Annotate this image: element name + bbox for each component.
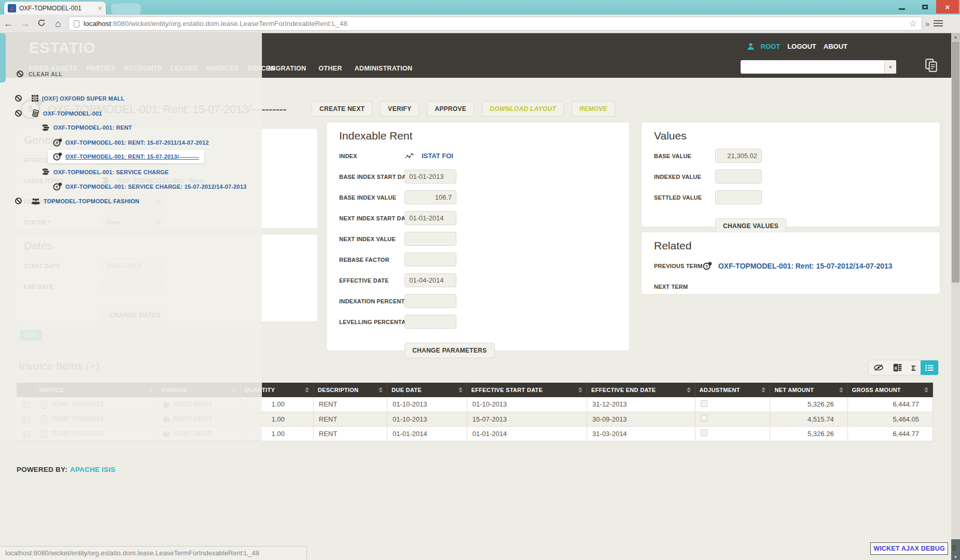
adjustment-checkbox[interactable]: [701, 415, 707, 422]
bookmark-item[interactable]: OXF-TOPMODEL-001: [15, 109, 102, 118]
change-values-button[interactable]: CHANGE VALUES: [715, 218, 786, 234]
sort-icon[interactable]: [379, 387, 383, 393]
adjustment-checkbox[interactable]: [701, 429, 707, 436]
field-input[interactable]: [405, 232, 456, 246]
remove-bookmark-icon[interactable]: [15, 198, 22, 204]
list-view-button[interactable]: [921, 360, 938, 375]
logout-link[interactable]: LOGOUT: [787, 43, 816, 50]
download-layout-button[interactable]: DOWNLOAD LAYOUT: [482, 101, 564, 117]
bookmark-item[interactable]: 5OXF-TOPMODEL-001: RENT: 15-07-2013/----…: [48, 150, 204, 163]
previous-term-link[interactable]: OXF-TOPMODEL-001: Rent: 15-07-2012/14-07…: [718, 262, 893, 270]
search-dropdown-caret-icon[interactable]: ▾: [884, 60, 896, 74]
summary-sigma-button[interactable]: Σ: [907, 360, 921, 375]
remove-bookmark-icon[interactable]: [15, 95, 22, 102]
sort-icon[interactable]: [924, 387, 928, 393]
back-icon[interactable]: ←: [0, 18, 17, 30]
verify-button[interactable]: VERIFY: [380, 101, 419, 117]
sort-icon[interactable]: [578, 387, 582, 393]
svg-text:5: 5: [55, 155, 58, 159]
tab-close-icon[interactable]: ×: [98, 5, 102, 12]
column-header-net-amount[interactable]: NET AMOUNT: [770, 383, 847, 397]
new-tab-button[interactable]: [111, 3, 141, 15]
field-input[interactable]: [405, 253, 456, 267]
global-search-input[interactable]: ▾: [741, 60, 896, 74]
scroll-up-arrow[interactable]: ▲: [951, 33, 960, 41]
adjustment-cell: [695, 397, 770, 412]
field-input[interactable]: 01-04-2014: [405, 273, 456, 287]
window-maximize-button[interactable]: [913, 0, 936, 13]
bookmark-item[interactable]: 5OXF-TOPMODEL-001: SERVICE CHARGE: 15-07…: [53, 183, 246, 191]
window-close-button[interactable]: ×: [936, 0, 959, 13]
remove-bookmark-icon[interactable]: [15, 110, 22, 117]
panel-handle[interactable]: [0, 33, 6, 82]
sort-icon[interactable]: [687, 387, 691, 393]
sort-icon[interactable]: [458, 387, 463, 393]
clear-all-label[interactable]: CLEAR ALL: [29, 71, 63, 77]
about-link[interactable]: ABOUT: [824, 43, 847, 50]
bookmark-link[interactable]: OXF-TOPMODEL-001: SERVICE CHARGE: 15-07-…: [65, 184, 246, 190]
url-input[interactable]: localhost:8080/wicket/entity/org.estatio…: [68, 17, 922, 31]
field-input[interactable]: [715, 170, 762, 184]
home-icon[interactable]: ⌂: [50, 18, 66, 30]
create-next-button[interactable]: CREATE NEXT: [312, 101, 372, 117]
browser-menu-icon[interactable]: [934, 20, 944, 27]
field-input[interactable]: 21,305.02: [715, 149, 762, 163]
sort-icon[interactable]: [839, 387, 843, 393]
extensions-overflow-icon[interactable]: »: [925, 19, 929, 28]
column-header-adjustment[interactable]: ADJUSTMENT: [695, 383, 770, 397]
change-parameters-button[interactable]: CHANGE PARAMETERS: [405, 343, 495, 358]
header-user-links: ROOT LOGOUT ABOUT: [747, 43, 847, 50]
bookmark-link[interactable]: OXF-TOPMODEL-001: RENT: 15-07-2011/14-07…: [65, 139, 209, 146]
nav-item-other[interactable]: OTHER: [318, 65, 342, 72]
sort-icon[interactable]: [305, 387, 309, 393]
hide-columns-button[interactable]: [869, 360, 888, 375]
window-minimize-button[interactable]: [891, 0, 913, 13]
field-link[interactable]: ISTAT FOI: [422, 152, 453, 160]
column-header-effective-start-date[interactable]: EFFECTIVE START DATE: [467, 383, 587, 397]
field-input[interactable]: 01-01-2014: [405, 211, 456, 225]
field-input[interactable]: 106.7: [405, 190, 456, 204]
bookmark-link[interactable]: TOPMODEL-TOPMODEL FASHION: [44, 198, 140, 204]
wicket-ajax-debug-link[interactable]: WICKET AJAX DEBUG: [870, 542, 948, 555]
nav-item-migration[interactable]: MIGRATION: [268, 65, 306, 72]
bookmark-link[interactable]: OXF-TOPMODEL-001: [43, 110, 102, 117]
clear-all-row[interactable]: CLEAR ALL: [17, 71, 63, 77]
excel-export-button[interactable]: X: [888, 360, 907, 375]
field-input[interactable]: [405, 315, 456, 329]
svg-text:5: 5: [55, 185, 58, 190]
adjustment-checkbox[interactable]: [701, 400, 707, 407]
browser-tab[interactable]: E OXF-TOPMODEL-001 ×: [4, 2, 106, 15]
term-icon: 5: [53, 138, 62, 147]
bookmark-link[interactable]: [OXF] OXFORD SUPER MALL: [42, 95, 124, 102]
user-menu[interactable]: ROOT: [761, 43, 781, 50]
bookmark-link[interactable]: OXF-TOPMODEL-001: RENT: 15-07-2013/-----…: [65, 153, 199, 160]
sort-icon[interactable]: [761, 387, 766, 393]
svg-text:X: X: [894, 366, 897, 371]
bookmark-link[interactable]: OXF-TOPMODEL-001: RENT: [53, 124, 132, 131]
column-header-gross-amount[interactable]: GROSS AMOUNT: [847, 383, 933, 397]
bookmark-link[interactable]: OXF-TOPMODEL-001: SERVICE CHARGE: [53, 169, 169, 175]
clear-all-icon[interactable]: [17, 71, 23, 77]
apache-isis-link[interactable]: APACHE ISIS: [70, 466, 115, 473]
refresh-icon[interactable]: [33, 18, 50, 30]
bookmark-item[interactable]: [OXF] OXFORD SUPER MALL: [15, 94, 124, 102]
remove-button[interactable]: REMOVE: [572, 101, 615, 117]
field-input[interactable]: 01-01-2013: [405, 170, 456, 184]
approve-button[interactable]: APPROVE: [427, 101, 474, 117]
scrollbar-thumb[interactable]: [952, 41, 959, 283]
bookmark-star-icon[interactable]: ☆: [909, 18, 917, 29]
building-icon: [31, 94, 39, 102]
page-scrollbar[interactable]: ▲ ▼: [951, 33, 960, 560]
field-input[interactable]: [405, 294, 456, 308]
bookmark-item[interactable]: TOPMODEL-TOPMODEL FASHION: [15, 198, 140, 205]
column-header-description[interactable]: DESCRIPTION: [313, 383, 387, 397]
field-input[interactable]: [715, 190, 762, 204]
bookmark-item[interactable]: OXF-TOPMODEL-001: RENT: [41, 124, 132, 132]
column-header-due-date[interactable]: DUE DATE: [387, 383, 467, 397]
forward-icon[interactable]: →: [17, 18, 33, 30]
nav-item-administration[interactable]: ADMINISTRATION: [355, 65, 413, 72]
copy-icon[interactable]: [924, 58, 939, 75]
column-header-effective-end-date[interactable]: EFFECTIVE END DATE: [587, 383, 695, 397]
bookmark-item[interactable]: OXF-TOPMODEL-001: SERVICE CHARGE: [41, 168, 169, 176]
bookmark-item[interactable]: 5OXF-TOPMODEL-001: RENT: 15-07-2011/14-0…: [53, 138, 209, 147]
